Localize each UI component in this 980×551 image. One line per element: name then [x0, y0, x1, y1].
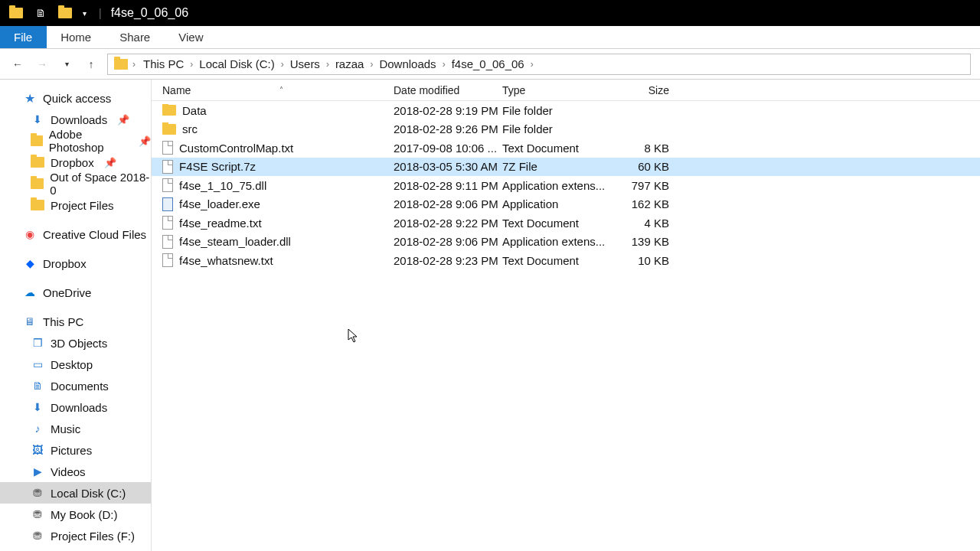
- breadcrumb-item[interactable]: f4se_0_06_06: [447, 54, 529, 74]
- main-content: ★ Quick access ⬇Downloads📌Adobe Photosho…: [0, 80, 980, 551]
- column-header-size[interactable]: Size: [609, 84, 678, 96]
- file-row[interactable]: f4se_loader.exe2018-02-28 9:06 PMApplica…: [152, 195, 980, 214]
- file-size: 797 KB: [609, 179, 678, 192]
- file-date: 2018-03-05 5:30 AM: [394, 160, 502, 173]
- sidebar-item[interactable]: ⬇Downloads: [0, 396, 151, 418]
- titlebar-dropdown-icon[interactable]: ▾: [80, 9, 90, 18]
- sidebar-item[interactable]: Adobe Photoshop📌: [0, 130, 151, 152]
- file-name: src: [182, 122, 198, 135]
- nav-back-button[interactable]: ←: [9, 56, 26, 73]
- file-rows: Data2018-02-28 9:19 PMFile foldersrc2018…: [152, 101, 980, 551]
- chevron-right-icon[interactable]: ›: [188, 59, 194, 70]
- titlebar-separator: |: [94, 7, 106, 19]
- sidebar-item[interactable]: ⛃My Book (D:): [0, 504, 151, 525]
- file-row[interactable]: src2018-02-28 9:26 PMFile folder: [152, 120, 980, 139]
- sidebar-item-label: Documents: [51, 380, 109, 393]
- navigation-sidebar: ★ Quick access ⬇Downloads📌Adobe Photosho…: [0, 80, 152, 551]
- sort-indicator-icon: ˄: [195, 86, 283, 94]
- file-row[interactable]: F4SE Script.7z2018-03-05 5:30 AM7Z File6…: [152, 158, 980, 177]
- folder-icon: [31, 178, 44, 189]
- file-date: 2018-02-28 9:06 PM: [394, 197, 502, 210]
- sidebar-item[interactable]: ❒3D Objects: [0, 332, 151, 354]
- sidebar-item[interactable]: ⛃Project Files (F:): [0, 525, 151, 546]
- file-row[interactable]: CustomControlMap.txt2017-09-08 10:06 ...…: [152, 139, 980, 158]
- column-header-date[interactable]: Date modified: [394, 84, 502, 96]
- sidebar-quick-access[interactable]: ★ Quick access: [0, 87, 151, 109]
- sidebar-item[interactable]: Out of Space 2018-0: [0, 173, 151, 194]
- sidebar-item[interactable]: Dropbox📌: [0, 152, 151, 173]
- sidebar-item[interactable]: 🖼Pictures: [0, 439, 151, 461]
- file-row[interactable]: f4se_readme.txt2018-02-28 9:22 PMText Do…: [152, 214, 980, 233]
- file-name: CustomControlMap.txt: [179, 142, 293, 155]
- sidebar-item[interactable]: ⬇Downloads📌: [0, 109, 151, 130]
- breadcrumb-item[interactable]: Downloads: [374, 54, 440, 74]
- window-title: f4se_0_06_06: [111, 6, 188, 20]
- titlebar-quick-icon[interactable]: 🗎: [31, 5, 51, 21]
- onedrive-icon: ☁: [23, 285, 37, 299]
- sidebar-onedrive[interactable]: ☁ OneDrive: [0, 282, 151, 303]
- sidebar-item[interactable]: Project Files: [0, 194, 151, 216]
- sidebar-item-label: Pictures: [51, 444, 92, 457]
- explorer-window: File Home Share View ← → ▾ ↑ › This PC›L…: [0, 26, 980, 551]
- sidebar-item-label: Downloads: [51, 113, 107, 126]
- chevron-right-icon[interactable]: ›: [441, 59, 447, 70]
- file-list-pane[interactable]: Name ˄ Date modified Type Size Data2018-…: [152, 80, 980, 551]
- sidebar-label: Dropbox: [43, 257, 87, 270]
- sidebar-item-label: Project Files (F:): [51, 530, 135, 543]
- breadcrumb-item[interactable]: Users: [286, 54, 325, 74]
- breadcrumb-item[interactable]: razaa: [331, 54, 369, 74]
- file-icon: [162, 253, 173, 267]
- sidebar-this-pc[interactable]: 🖥 This PC: [0, 311, 151, 332]
- folder-icon: [31, 157, 44, 168]
- file-date: 2018-02-28 9:11 PM: [394, 179, 502, 192]
- nav-recent-dropdown[interactable]: ▾: [58, 56, 75, 73]
- column-header-name[interactable]: Name ˄: [162, 84, 394, 96]
- sidebar-item[interactable]: ▭Desktop: [0, 354, 151, 375]
- sidebar-creative-cloud[interactable]: ◉ Creative Cloud Files: [0, 223, 151, 245]
- titlebar[interactable]: 🗎 ▾ | f4se_0_06_06: [0, 0, 980, 26]
- nav-up-button[interactable]: ↑: [83, 56, 100, 73]
- breadcrumb-item[interactable]: This PC: [139, 54, 188, 74]
- file-row[interactable]: f4se_whatsnew.txt2018-02-28 9:23 PMText …: [152, 251, 980, 270]
- pin-icon: 📌: [103, 155, 117, 169]
- sidebar-item[interactable]: ⛃Local Disk (C:): [0, 482, 151, 504]
- file-icon: [162, 160, 173, 174]
- chevron-right-icon[interactable]: ›: [368, 59, 374, 70]
- column-header-type[interactable]: Type: [502, 84, 609, 96]
- sidebar-item[interactable]: ♪Music: [0, 418, 151, 439]
- file-name: f4se_loader.exe: [179, 197, 260, 210]
- sidebar-dropbox[interactable]: ◆ Dropbox: [0, 253, 151, 274]
- chevron-right-icon[interactable]: ›: [279, 59, 286, 70]
- tab-home[interactable]: Home: [47, 26, 106, 48]
- tab-view[interactable]: View: [165, 26, 217, 48]
- breadcrumb[interactable]: › This PC›Local Disk (C:)›Users›razaa›Do…: [107, 54, 971, 75]
- file-type: File folder: [502, 122, 609, 135]
- sidebar-item-label: 3D Objects: [51, 337, 107, 350]
- titlebar-folder-icon: [55, 5, 75, 21]
- down-icon: ⬇: [31, 400, 44, 414]
- disk-icon: ⛃: [31, 529, 44, 543]
- sidebar-item-label: Project Files: [51, 199, 114, 212]
- obj3d-icon: ❒: [31, 336, 44, 350]
- tab-file[interactable]: File: [0, 26, 47, 48]
- tab-share[interactable]: Share: [106, 26, 165, 48]
- file-row[interactable]: f4se_1_10_75.dll2018-02-28 9:11 PMApplic…: [152, 176, 980, 195]
- file-date: 2018-02-28 9:22 PM: [394, 217, 502, 230]
- chevron-right-icon[interactable]: ›: [325, 59, 331, 70]
- file-size: 4 KB: [609, 217, 678, 230]
- sidebar-label: OneDrive: [43, 286, 91, 299]
- disk-icon: ⛃: [31, 486, 44, 500]
- breadcrumb-item[interactable]: Local Disk (C:): [194, 54, 279, 74]
- sidebar-item[interactable]: ▶Videos: [0, 461, 151, 482]
- file-icon: [162, 235, 173, 249]
- sidebar-item-label: Dropbox: [51, 156, 94, 169]
- chevron-right-icon[interactable]: ›: [529, 59, 535, 70]
- breadcrumb-root-icon[interactable]: [113, 54, 129, 74]
- file-row[interactable]: f4se_steam_loader.dll2018-02-28 9:06 PMA…: [152, 233, 980, 252]
- pin-icon: 📌: [116, 112, 130, 126]
- sidebar-item-label: Adobe Photoshop: [49, 128, 129, 154]
- sidebar-item[interactable]: 🗎Documents: [0, 375, 151, 396]
- folder-icon: [31, 135, 43, 146]
- file-row[interactable]: Data2018-02-28 9:19 PMFile folder: [152, 101, 980, 120]
- chevron-right-icon[interactable]: ›: [131, 59, 137, 70]
